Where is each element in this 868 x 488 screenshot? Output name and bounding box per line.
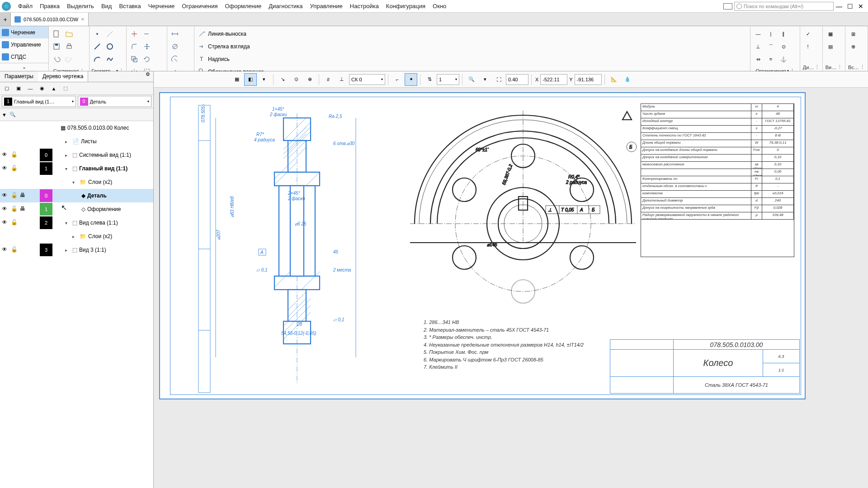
cs-selector[interactable]: СК 0▾ <box>349 74 385 85</box>
insview2-icon[interactable]: ▤ <box>825 41 836 52</box>
zoomdd-icon[interactable]: ▾ <box>479 73 491 86</box>
auxline-icon[interactable] <box>104 28 116 40</box>
menu-select[interactable]: Выделить <box>63 1 98 11</box>
diag2-icon[interactable]: ! <box>802 41 814 52</box>
ins1-icon[interactable]: ⊞ <box>847 28 859 40</box>
ortho-icon[interactable]: ⊥ <box>335 73 348 86</box>
ortho2-icon[interactable]: ⌐ <box>391 73 404 86</box>
mode-drawing[interactable]: Черчение <box>0 26 48 38</box>
lock-icon[interactable]: 🔓 <box>11 165 18 172</box>
line-icon[interactable] <box>91 41 103 52</box>
gridtoggle-icon[interactable]: # <box>322 73 335 86</box>
menu-view[interactable]: Вид <box>98 1 116 11</box>
snap-mid-icon[interactable]: ⊙ <box>290 73 302 86</box>
eye-icon[interactable]: 👁 <box>2 165 9 172</box>
current-view-selector[interactable]: 1 Главный вид (1…▾ <box>2 96 76 107</box>
param-icon[interactable]: ✦ <box>405 73 417 86</box>
minimize-button[interactable]: — <box>834 2 844 11</box>
menu-window[interactable]: Окно <box>429 1 450 11</box>
panel-btn5[interactable]: ▲ <box>49 84 59 94</box>
zoomfit-icon[interactable]: ⛶ <box>492 73 505 86</box>
measure-icon[interactable]: 📐 <box>608 73 620 86</box>
tree-search-icon[interactable]: 🔍 <box>9 112 16 117</box>
eye-icon[interactable]: 👁 <box>2 219 9 226</box>
leader-button[interactable]: Линия-выноска <box>196 28 269 40</box>
tree-mainview[interactable]: 👁🔓1 ▾⬚Главный вид (1:1) <box>0 162 153 175</box>
document-tab[interactable]: 078.505.0.0103.00.CDW × <box>11 13 89 26</box>
coinc-icon[interactable]: ⊙ <box>778 41 789 52</box>
lock-icon[interactable]: 🔓 <box>11 192 18 199</box>
menu-insert[interactable]: Вставка <box>115 1 144 11</box>
panel-btn2[interactable]: ▣ <box>14 84 24 94</box>
snap-end-icon[interactable]: ↘ <box>276 73 289 86</box>
new-tab-button[interactable]: + <box>0 13 11 26</box>
filter-icon[interactable]: ▼ <box>2 112 7 117</box>
tree-layer-design[interactable]: 👁🔓🖶1 ◇Оформление <box>0 202 153 216</box>
panel-btn1[interactable]: ▢ <box>2 84 12 94</box>
snap-center-icon[interactable]: ⊕ <box>303 73 316 86</box>
tree-view3[interactable]: 👁🔓3 ▸⬚Вид 3 (1:1) <box>0 243 153 257</box>
diamdim-icon[interactable] <box>169 41 181 52</box>
tree-sheets[interactable]: ▸📄Листы <box>0 135 153 148</box>
viewarrow-button[interactable]: Стрелка взгляда <box>196 41 269 52</box>
tan-icon[interactable]: ⌒ <box>765 41 777 52</box>
undo-icon[interactable] <box>51 53 62 65</box>
trim-icon[interactable] <box>128 28 140 40</box>
panel-btn3[interactable]: — <box>25 84 35 94</box>
panel-tab-params[interactable]: Параметры <box>0 71 38 82</box>
menu-constraints[interactable]: Ограничения <box>178 1 221 11</box>
lineardim-icon[interactable] <box>169 28 181 40</box>
eye-icon[interactable]: 👁 <box>2 192 9 199</box>
menu-edit[interactable]: Правка <box>36 1 63 11</box>
eyedrop-icon[interactable]: 💧 <box>621 73 634 86</box>
diag1-icon[interactable]: ✓ <box>802 28 814 40</box>
tree-leftview[interactable]: 👁🔓2 ▾⬚Вид слева (1:1) <box>0 216 153 230</box>
eye-icon[interactable]: 👁 <box>2 151 9 159</box>
current-layer-selector[interactable]: 0 Деталь▾ <box>78 96 152 107</box>
text-button[interactable]: TНадпись <box>196 53 269 65</box>
ribbon-expand-icon[interactable]: ⌄ <box>0 63 48 71</box>
menu-diagnostics[interactable]: Диагностика <box>265 1 306 11</box>
eye-icon[interactable]: 👁 <box>2 246 9 253</box>
move-icon[interactable] <box>141 41 153 52</box>
lock-icon[interactable]: 🔓 <box>11 219 18 226</box>
save-icon[interactable] <box>51 41 62 52</box>
step-icon[interactable]: ⇅ <box>423 73 436 86</box>
mode-manage[interactable]: Управление <box>0 38 48 51</box>
workspace-icon[interactable] <box>723 3 732 9</box>
print-icon[interactable] <box>63 41 75 52</box>
menu-annotation[interactable]: Оформление <box>222 1 265 11</box>
zoom-icon[interactable]: 🔍 <box>465 73 478 86</box>
hor-icon[interactable]: — <box>752 28 764 40</box>
grid-icon[interactable]: ▦ <box>231 73 243 86</box>
eye-icon[interactable]: 👁 <box>2 206 9 213</box>
point-icon[interactable] <box>91 28 103 40</box>
redo-icon[interactable] <box>63 53 75 65</box>
spline-icon[interactable] <box>104 53 116 65</box>
lock-icon[interactable]: 🔓 <box>11 206 18 213</box>
y-coord[interactable]: -91.136 <box>575 74 602 85</box>
fix-icon[interactable]: ⚓ <box>778 53 789 65</box>
extend-icon[interactable] <box>141 28 153 40</box>
lock-icon[interactable]: 🔓 <box>11 151 18 159</box>
new-file-icon[interactable] <box>51 28 62 40</box>
menu-drawing[interactable]: Черчение <box>145 1 179 11</box>
tree-layers1[interactable]: ▾📁Слои (x2) <box>0 175 153 189</box>
menu-config[interactable]: Конфигурация <box>382 1 429 11</box>
copy-icon[interactable] <box>128 53 140 65</box>
dd-icon[interactable]: ▾ <box>258 73 270 86</box>
par-icon[interactable]: ∥ <box>778 28 789 40</box>
fillet-icon[interactable] <box>128 41 140 52</box>
menu-file[interactable]: Файл <box>14 1 36 11</box>
close-tab-icon[interactable]: × <box>81 16 85 23</box>
sym-icon[interactable]: ⇔ <box>752 53 764 65</box>
insview-icon[interactable]: ▦ <box>825 28 836 40</box>
menu-settings[interactable]: Настройка <box>346 1 382 11</box>
tree-layer-detail[interactable]: 👁🔓🖶0 ◆Деталь <box>0 189 153 202</box>
print-icon[interactable]: 🖶 <box>20 206 27 213</box>
maximize-button[interactable]: ☐ <box>844 2 855 11</box>
x-coord[interactable]: -522.11 <box>540 74 567 85</box>
open-file-icon[interactable] <box>63 28 75 40</box>
tree-layers2[interactable]: ▸📁Слои (x2) <box>0 230 153 243</box>
menu-manage[interactable]: Управление <box>307 1 346 11</box>
